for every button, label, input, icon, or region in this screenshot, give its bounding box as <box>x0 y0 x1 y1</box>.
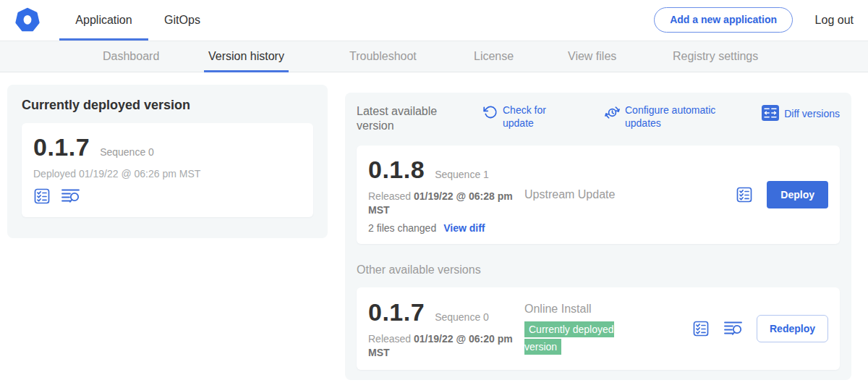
other-versions-title: Other available versions <box>357 263 840 277</box>
latest-available-title: Latest available version <box>357 104 452 133</box>
other-released-timestamp: Released 01/19/22 @ 06:20 pm MST <box>368 332 516 360</box>
currently-deployed-panel: Currently deployed version 0.1.7 Sequenc… <box>7 85 328 238</box>
deploy-button[interactable]: Deploy <box>767 181 828 208</box>
check-for-update-button[interactable]: Check for update <box>483 104 552 130</box>
preflight-checklist-icon[interactable] <box>736 186 753 203</box>
subnav-item-version-history[interactable]: Version history <box>204 41 289 72</box>
view-diff-link[interactable]: View diff <box>443 222 485 234</box>
view-logs-icon[interactable] <box>61 187 80 205</box>
diff-versions-label: Diff versions <box>784 108 840 121</box>
top-navbar: Application GitOps Add a new application… <box>0 0 868 41</box>
latest-released-timestamp: Released 01/19/22 @ 06:28 pm MST <box>368 190 516 217</box>
check-for-update-label: Check for update <box>503 104 552 130</box>
diff-versions-button[interactable]: Diff versions <box>762 104 840 125</box>
subnav-item-registry-settings[interactable]: Registry settings <box>668 41 762 72</box>
other-version-card: 0.1.7 Sequence 0 Released 01/19/22 @ 06:… <box>357 287 840 370</box>
other-version-source: Online Install <box>524 303 692 316</box>
other-version-number: 0.1.7 <box>368 298 425 326</box>
currently-deployed-badge: Currently deployed version <box>524 321 614 355</box>
subnav-item-license[interactable]: License <box>469 41 518 72</box>
preflight-checklist-icon[interactable] <box>33 187 51 205</box>
deployed-panel-title: Currently deployed version <box>22 98 313 113</box>
latest-sequence-label: Sequence 1 <box>435 169 489 180</box>
view-logs-icon[interactable] <box>723 320 743 337</box>
latest-version-card: 0.1.8 Sequence 1 Released 01/19/22 @ 06:… <box>357 146 840 244</box>
deployed-version-number: 0.1.7 <box>33 133 90 161</box>
deployed-timestamp: Deployed 01/19/22 @ 06:26 pm MST <box>33 168 302 180</box>
latest-version-source: Upstream Update <box>524 188 736 201</box>
tab-application[interactable]: Application <box>59 0 148 41</box>
clock-refresh-icon <box>605 104 620 124</box>
subnav-item-troubleshoot[interactable]: Troubleshoot <box>345 41 421 72</box>
redeploy-button[interactable]: Redeploy <box>757 315 828 342</box>
preflight-checklist-icon[interactable] <box>692 320 710 337</box>
subnav-item-view-files[interactable]: View files <box>563 41 621 72</box>
app-subnav: Dashboard Version history Troubleshoot L… <box>0 41 868 72</box>
configure-automatic-updates-label: Configure automatic updates <box>625 104 733 130</box>
files-changed-label: 2 files changed <box>368 222 436 234</box>
deployed-sequence-label: Sequence 0 <box>100 146 154 158</box>
kots-logo-icon[interactable] <box>14 7 41 33</box>
subnav-item-dashboard[interactable]: Dashboard <box>98 41 163 72</box>
available-versions-panel: Latest available version Check for updat… <box>345 93 851 380</box>
logout-button[interactable]: Log out <box>815 0 854 41</box>
add-new-application-button[interactable]: Add a new application <box>654 7 793 33</box>
deployed-version-card: 0.1.7 Sequence 0 Deployed 01/19/22 @ 06:… <box>22 123 313 217</box>
configure-automatic-updates-button[interactable]: Configure automatic updates <box>605 104 733 130</box>
diff-versions-icon <box>762 104 779 125</box>
tab-gitops[interactable]: GitOps <box>153 0 211 41</box>
refresh-icon <box>483 104 498 123</box>
other-sequence-label: Sequence 0 <box>435 311 489 323</box>
latest-version-number: 0.1.8 <box>368 156 425 184</box>
